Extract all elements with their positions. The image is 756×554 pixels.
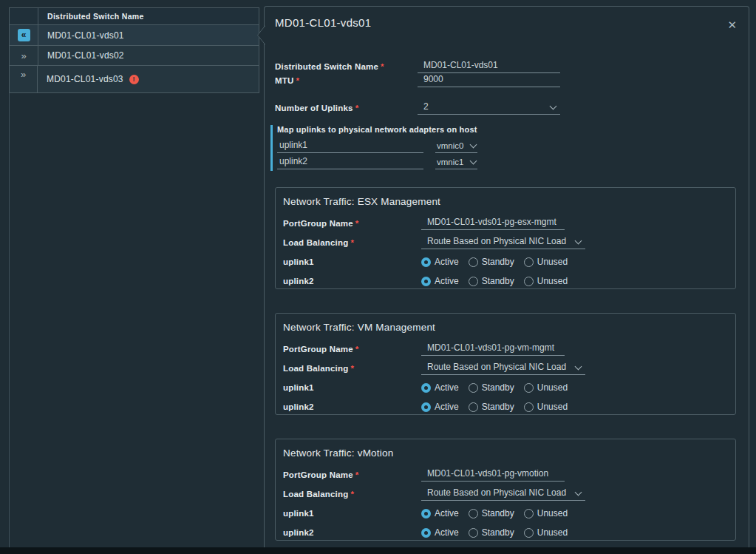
uplink-map-caption: Map uplinks to physical network adapters… — [277, 125, 477, 137]
radio-unselected-icon[interactable] — [469, 402, 478, 412]
radio-unselected-icon[interactable] — [524, 383, 534, 393]
required-asterisk: * — [355, 345, 359, 354]
chevron-down-icon — [550, 103, 557, 110]
network-traffic-section-vmotion: Network Traffic: vMotion PortGroup Name*… — [275, 439, 736, 541]
required-asterisk: * — [355, 470, 359, 479]
load-balancing-select[interactable]: Route Based on Physical NIC Load — [421, 362, 585, 375]
radio-option-standby[interactable]: Standby — [469, 527, 514, 538]
number-of-uplinks-label: Number of Uplinks* — [275, 104, 418, 115]
radio-unselected-icon[interactable] — [469, 528, 478, 538]
uplink1-label: uplink1 — [283, 383, 421, 392]
collapse-row-button[interactable]: « — [18, 29, 30, 41]
header-icon-cell — [10, 8, 38, 24]
radio-unselected-icon[interactable] — [524, 402, 534, 412]
radio-unselected-icon[interactable] — [524, 257, 534, 267]
chevron-down-icon — [470, 158, 477, 164]
row-name-cell: MD01-CL01-vds03 ! — [38, 66, 259, 92]
column-header-distributed-switch-name: Distributed Switch Name — [38, 8, 259, 24]
radio-unselected-icon[interactable] — [524, 509, 534, 518]
load-balancing-select[interactable]: Route Based on Physical NIC Load — [421, 487, 585, 501]
radio-unselected-icon[interactable] — [469, 509, 478, 518]
chevron-down-icon — [470, 141, 477, 148]
radio-selected-icon[interactable] — [421, 257, 431, 267]
required-asterisk: * — [355, 104, 359, 112]
radio-option-active[interactable]: Active — [421, 257, 459, 267]
radio-selected-icon[interactable] — [421, 509, 431, 518]
radio-selected-icon[interactable] — [421, 528, 431, 538]
expand-row-icon[interactable]: » — [21, 51, 26, 61]
radio-option-standby[interactable]: Standby — [469, 402, 514, 412]
switch-name-label: Distributed Switch Name* — [275, 62, 418, 73]
switch-detail-panel: MD01-CL01-vds01 ✕ Distributed Switch Nam… — [264, 6, 749, 554]
switch-name-label: MD01-CL01-vds03 — [47, 74, 123, 84]
panel-title: MD01-CL01-vds01 — [275, 16, 371, 29]
load-balancing-select[interactable]: Route Based on Physical NIC Load — [421, 236, 585, 249]
radio-option-unused[interactable]: Unused — [524, 257, 568, 267]
radio-option-unused[interactable]: Unused — [524, 527, 568, 538]
radio-option-active[interactable]: Active — [421, 402, 459, 412]
uplink1-label: uplink1 — [283, 509, 421, 518]
uplink1-radio-group: Active Standby Unused — [421, 257, 568, 267]
close-icon[interactable]: ✕ — [727, 19, 737, 30]
uplink2-radio-group: Active Standby Unused — [421, 527, 568, 538]
radio-option-unused[interactable]: Unused — [524, 382, 568, 393]
radio-option-active[interactable]: Active — [421, 382, 459, 393]
portgroup-name-label: PortGroup Name* — [283, 345, 421, 356]
radio-option-active[interactable]: Active — [421, 527, 459, 538]
radio-selected-icon[interactable] — [421, 383, 431, 393]
uplink2-label: uplink2 — [283, 528, 421, 537]
uplink1-label: uplink1 — [283, 257, 421, 266]
radio-option-standby[interactable]: Standby — [469, 276, 514, 286]
radio-option-standby[interactable]: Standby — [469, 382, 514, 393]
radio-option-active[interactable]: Active — [421, 276, 459, 286]
row-icon-cell: « — [10, 25, 38, 45]
section-title: Network Traffic: ESX Management — [283, 196, 726, 207]
selected-row-caret — [256, 25, 265, 45]
radio-unselected-icon[interactable] — [524, 528, 534, 538]
expand-row-icon[interactable]: » — [21, 70, 26, 79]
portgroup-name-input[interactable]: MD01-CL01-vds01-pg-vm-mgmt — [421, 342, 565, 356]
radio-unselected-icon[interactable] — [524, 277, 534, 286]
switch-name-label: MD01-CL01-vds02 — [47, 50, 124, 61]
radio-option-unused[interactable]: Unused — [524, 508, 568, 518]
radio-option-active[interactable]: Active — [421, 508, 459, 518]
general-fields: Distributed Switch Name* MD01-CL01-vds01… — [275, 58, 571, 115]
switch-row-vds02[interactable]: » MD01-CL01-vds02 — [10, 45, 259, 65]
chevron-down-icon — [575, 237, 582, 245]
radio-option-unused[interactable]: Unused — [524, 276, 568, 286]
section-title: Network Traffic: vMotion — [283, 447, 726, 459]
switch-row-vds03[interactable]: » MD01-CL01-vds03 ! — [10, 65, 259, 92]
mtu-input[interactable]: 9000 — [418, 74, 560, 87]
bottom-bar — [0, 547, 756, 554]
distributed-switch-table: Distributed Switch Name « MD01-CL01-vds0… — [9, 7, 259, 93]
uplink2-label: uplink2 — [283, 277, 421, 286]
uplink-map-row: uplink1 vmnic0 — [277, 139, 477, 153]
portgroup-name-input[interactable]: MD01-CL01-vds01-pg-esx-mgmt — [421, 217, 565, 230]
network-traffic-section-vm-mgmt: Network Traffic: VM Management PortGroup… — [275, 313, 736, 415]
uplink2-adapter-select[interactable]: vmnic1 — [435, 158, 477, 169]
uplink1-radio-group: Active Standby Unused — [421, 382, 568, 393]
network-traffic-section-esx-mgmt: Network Traffic: ESX Management PortGrou… — [275, 187, 736, 289]
radio-selected-icon[interactable] — [421, 402, 431, 412]
row-icon-cell: » — [10, 66, 38, 92]
table-header-row: Distributed Switch Name — [10, 8, 259, 24]
radio-option-unused[interactable]: Unused — [524, 402, 568, 412]
number-of-uplinks-select[interactable]: 2 — [418, 101, 560, 115]
radio-unselected-icon[interactable] — [469, 257, 478, 267]
portgroup-name-input[interactable]: MD01-CL01-vds01-pg-vmotion — [421, 468, 565, 482]
uplink2-name-input[interactable]: uplink2 — [277, 156, 423, 169]
radio-option-standby[interactable]: Standby — [469, 508, 514, 518]
uplink1-name-input[interactable]: uplink1 — [277, 140, 423, 153]
radio-unselected-icon[interactable] — [469, 277, 478, 286]
switch-name-label: MD01-CL01-vds01 — [47, 30, 124, 41]
switch-name-input[interactable]: MD01-CL01-vds01 — [418, 60, 560, 73]
radio-option-standby[interactable]: Standby — [469, 257, 514, 267]
switch-row-vds01[interactable]: « MD01-CL01-vds01 — [10, 24, 259, 45]
radio-selected-icon[interactable] — [421, 277, 431, 286]
uplink-map-row: uplink2 vmnic1 — [277, 155, 477, 169]
uplink1-adapter-select[interactable]: vmnic0 — [435, 141, 477, 153]
portgroup-name-label: PortGroup Name* — [283, 219, 421, 230]
required-asterisk: * — [350, 364, 354, 373]
radio-unselected-icon[interactable] — [469, 383, 478, 393]
load-balancing-label: Load Balancing* — [283, 238, 421, 249]
